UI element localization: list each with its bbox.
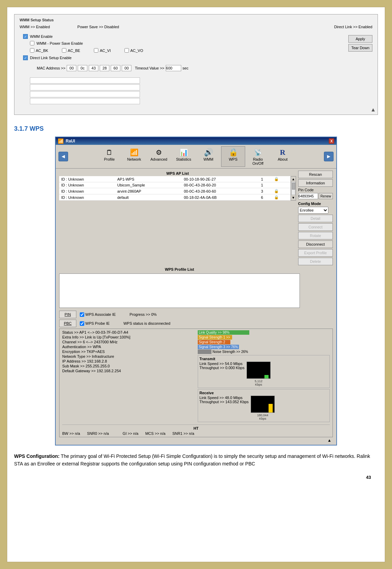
raui-close-button[interactable]: X bbox=[329, 138, 334, 144]
wps-probe-checkbox[interactable] bbox=[80, 321, 84, 326]
timeout-unit: sec bbox=[183, 66, 188, 70]
information-button[interactable]: Information bbox=[298, 179, 333, 187]
receive-panel: Receive Link Speed >> 48.0 Mbps Throughp… bbox=[198, 389, 330, 422]
signal2-row: Signal Strength 2 >> 60% bbox=[198, 340, 330, 344]
mac-part-1[interactable] bbox=[78, 65, 87, 71]
direct-link-row: ✓ Direct Link Setup Enable bbox=[23, 55, 369, 60]
toolbar-network[interactable]: 📶 Network bbox=[122, 146, 146, 167]
ap-row-0-num: 1 bbox=[259, 176, 272, 182]
ap-row-1-ssid: Ubicom_Sample bbox=[115, 182, 182, 188]
ap-row-1-id: ID : Unknown bbox=[59, 182, 115, 188]
toolbar-radio[interactable]: 📡 Radio On/Off bbox=[246, 146, 270, 167]
status-auth: Authentication >> WPA bbox=[62, 345, 194, 349]
scroll-arrow-up[interactable]: ▲ bbox=[370, 107, 376, 113]
tear-down-button[interactable]: Tear Down bbox=[348, 44, 372, 52]
ht-section: HT BW >> n/a SNR0 >> n/a GI >> n/a MCS >… bbox=[62, 425, 330, 436]
ac-bk-item: AC_BK bbox=[30, 48, 48, 53]
ac-bk-label: AC_BK bbox=[36, 49, 48, 53]
side-buttons: Rescan Information Pin Code Renew Config… bbox=[298, 171, 333, 265]
pin-button[interactable]: PIN bbox=[59, 311, 76, 318]
advanced-icon: ⚙ bbox=[153, 148, 164, 157]
receive-throughput: Throughput >> 143.052 Kbps bbox=[199, 400, 249, 404]
ht-snr0: SNR0 >> n/a bbox=[87, 431, 109, 436]
mac-part-4[interactable] bbox=[111, 65, 120, 71]
ap-row-2-ssid: arvint-2860AP bbox=[115, 188, 182, 194]
toolbar-advanced[interactable]: ⚙ Advanced bbox=[147, 146, 171, 167]
receive-bar bbox=[269, 404, 273, 412]
pin-code-label: Pin Code bbox=[298, 188, 314, 192]
direct-link-checkbox[interactable]: ✓ bbox=[23, 55, 28, 60]
wps-probe-label: WPS Probe IE bbox=[85, 321, 110, 325]
table-row[interactable]: ID : Unknown AP1-WPS 00-10-18-90-2E-27 1… bbox=[59, 176, 291, 182]
receive-stats: Link Speed >> 48.0 Mbps Throughput >> 14… bbox=[199, 396, 249, 404]
statistics-icon: 📊 bbox=[178, 148, 189, 157]
status-channel: Channel >> 6 <--> 2437000 MHz bbox=[62, 340, 194, 344]
toolbar-back-button[interactable]: ◄ bbox=[58, 152, 68, 161]
transmit-title: Transmit bbox=[199, 357, 328, 361]
ac-bk-checkbox[interactable] bbox=[30, 48, 34, 53]
toolbar-wps[interactable]: 🔒 WPS bbox=[221, 146, 245, 167]
apply-button[interactable]: Apply bbox=[348, 35, 372, 43]
ap-row-3-num: 6 bbox=[259, 194, 272, 201]
ac-vi-checkbox[interactable] bbox=[94, 48, 98, 53]
renew-button[interactable]: Renew bbox=[319, 193, 333, 199]
connect-button[interactable]: Connect bbox=[298, 223, 333, 231]
ac-vi-item: AC_VI bbox=[94, 48, 111, 53]
section-heading: 3.1.7 WPS bbox=[14, 125, 378, 132]
wps-status-label: WPS status is disconnected bbox=[123, 321, 170, 325]
toolbar-about[interactable]: R About bbox=[271, 146, 295, 167]
rotate-button[interactable]: Rotate bbox=[298, 232, 333, 239]
timeout-input[interactable] bbox=[166, 65, 181, 71]
power-save-checkbox[interactable] bbox=[30, 41, 34, 45]
wmm-enable-label: WMM Enable bbox=[30, 34, 53, 39]
transmit-link-speed: Link Speed >> 54.0 Mbps bbox=[199, 362, 244, 366]
rescan-button[interactable]: Rescan bbox=[298, 171, 333, 178]
toolbar-statistics-label: Statistics bbox=[176, 157, 191, 161]
config-mode-label: Config Mode bbox=[298, 202, 333, 206]
scrollbar-thumb[interactable] bbox=[292, 183, 295, 190]
scrollbar-down-arrow[interactable]: ▼ bbox=[292, 196, 295, 200]
transmit-chart-wrapper: Max 5,112Kbps bbox=[247, 362, 271, 386]
toolbar-network-label: Network bbox=[127, 157, 141, 161]
scrollbar-up-arrow[interactable]: ▲ bbox=[292, 177, 295, 181]
table-row[interactable]: ID : Unknown Ubicom_Sample 00-0C-43-28-6… bbox=[59, 182, 291, 188]
toolbar-wmm-label: WMM bbox=[204, 157, 214, 161]
toolbar-items: 🗒 Profile 📶 Network ⚙ Advanced 📊 Statist… bbox=[69, 146, 323, 167]
toolbar-next-button[interactable]: ► bbox=[324, 152, 334, 161]
ac-vo-label: AC_VO bbox=[130, 49, 143, 53]
mac-part-5[interactable] bbox=[122, 65, 131, 71]
ap-list-scrollbar[interactable]: ▲ ▼ bbox=[291, 176, 296, 201]
link-quality-bar: Link Quality >> 98% bbox=[198, 330, 249, 335]
toolbar-wps-label: WPS bbox=[229, 157, 237, 161]
raui-content: WPS AP List ID : Unknown AP1-WPS 00-10-1… bbox=[56, 169, 336, 445]
wps-associate-checkbox[interactable] bbox=[80, 312, 84, 317]
wmm-enable-checkbox[interactable]: ✓ bbox=[23, 34, 28, 39]
toolbar-profile[interactable]: 🗒 Profile bbox=[97, 146, 121, 167]
export-profile-button[interactable]: Export Profile bbox=[298, 249, 333, 257]
link-quality-row: Link Quality >> 98% bbox=[198, 330, 330, 335]
status-left: Status >> AP1 <--> 00-03-7F-00-D7-A4 Ext… bbox=[62, 330, 194, 423]
mac-part-2[interactable] bbox=[89, 65, 98, 71]
toolbar-wmm[interactable]: 🔊 WMM bbox=[196, 146, 220, 167]
ac-be-checkbox[interactable] bbox=[62, 48, 66, 53]
table-row[interactable]: ID : Unknown arvint-2860AP 00-0C-43-28-6… bbox=[59, 188, 291, 194]
table-row[interactable]: ID : Unknown default 00-18-02-4A-0A-6B 6… bbox=[59, 194, 291, 201]
mac-part-0[interactable] bbox=[67, 65, 76, 71]
direct-link-label: Direct Link Setup Enable bbox=[30, 56, 72, 60]
config-mode-select[interactable]: Enrollee bbox=[298, 207, 328, 214]
pin-code-input[interactable] bbox=[298, 193, 318, 199]
ht-label: HT bbox=[62, 426, 330, 430]
detail-button[interactable]: Detail bbox=[298, 215, 333, 222]
disconnect-button[interactable]: Disconnect bbox=[298, 240, 333, 248]
delete-button[interactable]: Delete bbox=[298, 258, 333, 265]
ac-vo-item: AC_VO bbox=[124, 48, 143, 53]
ap-row-3-icon: 🔒 bbox=[272, 194, 291, 201]
page-container: WMM Setup Status WMM >> Enabled Power Sa… bbox=[7, 7, 385, 562]
toolbar-radio-label: Radio On/Off bbox=[247, 157, 269, 165]
pbc-button[interactable]: PBC bbox=[59, 320, 76, 327]
ac-vo-checkbox[interactable] bbox=[124, 48, 129, 53]
ht-row: BW >> n/a SNR0 >> n/a GI >> n/a MCS >> n… bbox=[62, 431, 330, 436]
scroll-arrow-bottom[interactable]: ▲ bbox=[59, 437, 333, 443]
mac-part-3[interactable] bbox=[100, 65, 109, 71]
toolbar-statistics[interactable]: 📊 Statistics bbox=[172, 146, 196, 167]
